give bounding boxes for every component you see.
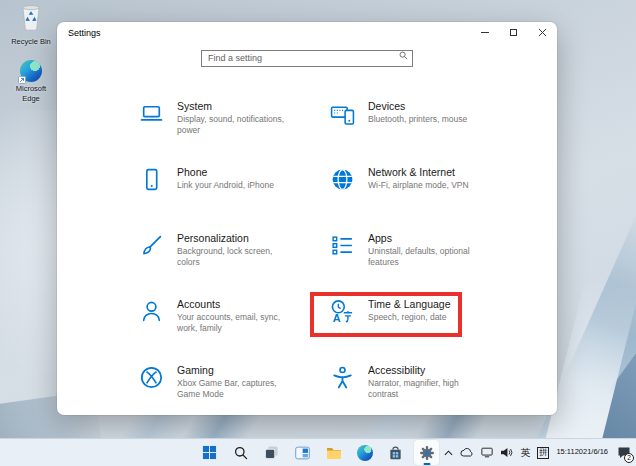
edge-icon <box>20 60 42 82</box>
category-subtitle: Background, lock screen, colors <box>177 246 295 269</box>
desktop-icons: Recycle Bin Microsoft Edge <box>5 3 57 103</box>
close-button[interactable] <box>528 22 557 43</box>
laptop-icon <box>139 101 164 126</box>
edge-button[interactable] <box>352 440 377 465</box>
search-icon <box>234 446 248 460</box>
category-title: Personalization <box>177 232 295 244</box>
ime-mode-indicator[interactable]: 拼 <box>537 447 549 459</box>
microsoft-store-icon <box>388 445 403 460</box>
tray-date: 2021/6/16 <box>575 447 608 458</box>
category-title: Gaming <box>177 364 295 376</box>
category-tile-accessibility[interactable]: Accessibility Narrator, magnifier, high … <box>330 362 521 415</box>
search-box <box>201 47 413 67</box>
windows-start-icon <box>202 445 217 460</box>
recycle-bin-icon <box>18 3 44 35</box>
search-row <box>57 47 557 67</box>
category-tile-apps[interactable]: Apps Uninstall, defaults, optional featu… <box>330 230 521 296</box>
network-icon[interactable] <box>481 447 493 458</box>
desktop-icon-label: Recycle Bin <box>6 37 56 46</box>
category-title: Network & Internet <box>368 166 469 178</box>
start-button[interactable] <box>197 440 222 465</box>
category-subtitle: Xbox Game Bar, captures, Game Mode <box>177 378 295 401</box>
tray-chevron-up-icon[interactable] <box>444 450 453 456</box>
svg-text:A: A <box>333 312 341 324</box>
time-language-icon: A <box>330 299 355 324</box>
category-subtitle: Display, sound, notifications, power <box>177 114 295 137</box>
category-subtitle: Narrator, magnifier, high contrast <box>368 378 486 401</box>
onedrive-cloud-icon[interactable] <box>460 448 474 457</box>
person-icon <box>139 299 164 324</box>
search-input[interactable] <box>201 50 413 67</box>
category-subtitle: Your accounts, email, sync, work, family <box>177 312 295 335</box>
desktop-icon-microsoft-edge[interactable]: Microsoft Edge <box>5 60 57 103</box>
widgets-icon <box>295 446 310 460</box>
search-button[interactable] <box>228 440 253 465</box>
category-tile-phone[interactable]: Phone Link your Android, iPhone <box>139 164 330 230</box>
taskbar: 英 拼 15:11 2021/6/16 2 <box>0 438 636 466</box>
category-subtitle: Wi-Fi, airplane mode, VPN <box>368 180 469 191</box>
brush-icon <box>139 233 164 258</box>
category-title: Accessibility <box>368 364 486 376</box>
ime-language-indicator[interactable]: 英 <box>520 446 530 460</box>
widgets-button[interactable] <box>290 440 315 465</box>
accessibility-icon <box>330 365 355 390</box>
category-title: System <box>177 100 295 112</box>
category-subtitle: Uninstall, defaults, optional features <box>368 246 486 269</box>
category-subtitle: Bluetooth, printers, mouse <box>368 114 467 125</box>
search-icon <box>399 51 408 60</box>
category-tile-personalization[interactable]: Personalization Background, lock screen,… <box>139 230 330 296</box>
category-title: Accounts <box>177 298 295 310</box>
desktop-icon-label: Microsoft Edge <box>6 84 56 103</box>
edge-icon <box>357 445 373 461</box>
window-title: Settings <box>57 28 470 38</box>
minimize-icon <box>481 32 489 33</box>
close-icon <box>538 28 547 37</box>
titlebar: Settings <box>57 22 557 43</box>
taskbar-center-icons <box>197 439 439 466</box>
task-view-icon <box>264 445 279 460</box>
category-tile-time-language[interactable]: A Time & Language Speech, region, date <box>330 296 521 362</box>
category-subtitle: Speech, region, date <box>368 312 451 323</box>
desktop-icon-recycle-bin[interactable]: Recycle Bin <box>5 3 57 46</box>
file-explorer-icon <box>326 446 342 460</box>
devices-icon <box>330 101 355 126</box>
category-tile-gaming[interactable]: Gaming Xbox Game Bar, captures, Game Mod… <box>139 362 330 415</box>
settings-category-grid: System Display, sound, notifications, po… <box>139 98 521 415</box>
notification-count-badge: 2 <box>624 453 634 463</box>
notification-center-button[interactable]: 2 <box>615 445 632 461</box>
apps-list-icon <box>330 233 355 258</box>
category-tile-devices[interactable]: Devices Bluetooth, printers, mouse <box>330 98 521 164</box>
window-controls <box>470 22 557 43</box>
category-title: Devices <box>368 100 467 112</box>
category-title: Phone <box>177 166 274 178</box>
active-app-indicator <box>423 463 430 466</box>
maximize-icon <box>510 29 517 36</box>
volume-icon[interactable] <box>500 447 513 458</box>
task-view-button[interactable] <box>259 440 284 465</box>
globe-icon <box>330 167 355 192</box>
phone-icon <box>139 167 164 192</box>
category-title: Time & Language <box>368 298 451 310</box>
desktop: Recycle Bin Microsoft Edge Settings <box>0 0 636 466</box>
minimize-button[interactable] <box>470 22 499 43</box>
settings-gear-icon <box>419 445 435 461</box>
xbox-icon <box>139 365 164 390</box>
category-title: Apps <box>368 232 486 244</box>
category-tile-accounts[interactable]: Accounts Your accounts, email, sync, wor… <box>139 296 330 362</box>
category-tile-network[interactable]: Network & Internet Wi-Fi, airplane mode,… <box>330 164 521 230</box>
maximize-button[interactable] <box>499 22 528 43</box>
shortcut-arrow-icon <box>18 76 26 84</box>
wallpaper-ribbon <box>563 259 636 466</box>
system-tray: 英 拼 15:11 2021/6/16 2 <box>444 439 632 466</box>
settings-window: Settings <box>57 22 557 415</box>
tray-time: 15:11 <box>556 447 574 458</box>
store-button[interactable] <box>383 440 408 465</box>
settings-button[interactable] <box>414 440 439 465</box>
tray-clock[interactable]: 15:11 2021/6/16 <box>556 447 608 458</box>
category-tile-system[interactable]: System Display, sound, notifications, po… <box>139 98 330 164</box>
file-explorer-button[interactable] <box>321 440 346 465</box>
category-subtitle: Link your Android, iPhone <box>177 180 274 191</box>
